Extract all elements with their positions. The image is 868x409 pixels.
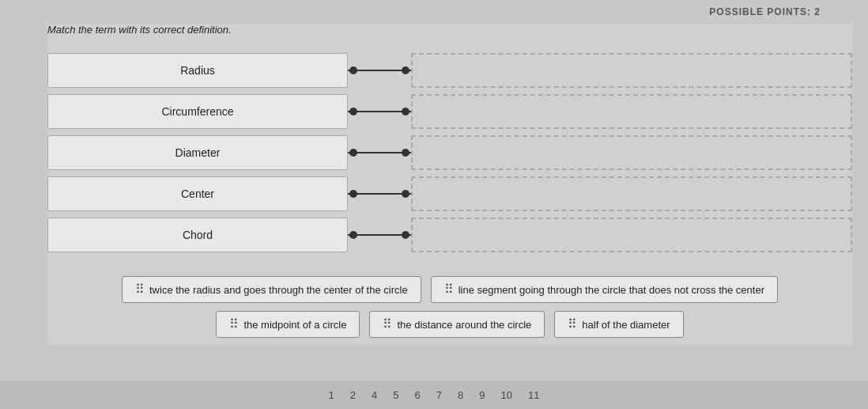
dot-right-4	[402, 190, 409, 198]
page-1[interactable]: 1	[329, 389, 334, 401]
dot-left-5	[349, 231, 357, 239]
definition-drop-1[interactable]	[411, 53, 852, 88]
chip-icon-3: ⠿	[229, 318, 239, 331]
definition-drop-2[interactable]	[411, 94, 852, 129]
definitions-column	[411, 53, 852, 252]
dot-right-5	[402, 231, 409, 239]
dot-right-1	[402, 66, 409, 74]
term-diameter[interactable]: Diameter	[47, 135, 348, 170]
possible-points-label: POSSIBLE POINTS: 2	[709, 6, 821, 17]
terms-column: Radius Circumference Diameter Center Cho…	[47, 53, 348, 252]
answer-row-1: ⠿ twice the radius and goes through the …	[122, 276, 778, 303]
page-2[interactable]: 2	[350, 389, 356, 401]
dot-left-2	[349, 108, 357, 116]
page-5[interactable]: 5	[393, 389, 398, 401]
term-center[interactable]: Center	[47, 176, 348, 211]
page-9[interactable]: 9	[479, 389, 485, 401]
connector-row-2	[348, 94, 411, 129]
dot-left-1	[349, 66, 357, 74]
term-chord[interactable]: Chord	[47, 218, 348, 252]
chip-text-4: the distance around the circle	[397, 319, 531, 331]
answer-chip-5[interactable]: ⠿ half of the diameter	[554, 311, 683, 338]
page-7[interactable]: 7	[436, 389, 442, 401]
dot-left-4	[349, 190, 357, 198]
page-11[interactable]: 11	[528, 389, 539, 401]
chip-icon-2: ⠿	[444, 283, 454, 296]
matching-area: Radius Circumference Diameter Center Cho…	[47, 45, 852, 260]
page-6[interactable]: 6	[415, 389, 421, 401]
answer-row-2: ⠿ the midpoint of a circle ⠿ the distanc…	[216, 311, 683, 338]
chip-text-2: line segment going through the circle th…	[459, 284, 764, 296]
connector-area	[348, 53, 411, 252]
term-radius[interactable]: Radius	[47, 53, 348, 88]
connector-row-3	[348, 135, 411, 170]
definition-drop-5[interactable]	[411, 218, 852, 252]
page-8[interactable]: 8	[458, 389, 463, 401]
answer-chip-1[interactable]: ⠿ twice the radius and goes through the …	[122, 276, 421, 303]
definition-drop-4[interactable]	[411, 176, 852, 211]
chip-icon-5: ⠿	[568, 318, 577, 331]
answer-chip-4[interactable]: ⠿ the distance around the circle	[369, 311, 545, 338]
connector-row-4	[348, 176, 411, 211]
dot-right-2	[402, 108, 409, 116]
page-4[interactable]: 4	[372, 389, 377, 401]
connector-row-5	[348, 218, 411, 252]
page-10[interactable]: 10	[500, 389, 511, 401]
chip-icon-4: ⠿	[383, 318, 392, 331]
connector-row-1	[348, 53, 411, 88]
answer-chip-2[interactable]: ⠿ line segment going through the circle …	[431, 276, 778, 303]
term-circumference[interactable]: Circumference	[47, 94, 348, 129]
instruction-text: Match the term with its correct definiti…	[47, 24, 852, 36]
answer-options: ⠿ twice the radius and goes through the …	[47, 276, 852, 346]
chip-icon-1: ⠿	[135, 283, 145, 296]
chip-text-1: twice the radius and goes through the ce…	[149, 284, 408, 296]
answer-chip-3[interactable]: ⠿ the midpoint of a circle	[216, 311, 360, 338]
chip-text-5: half of the diameter	[582, 319, 670, 331]
chip-text-3: the midpoint of a circle	[243, 319, 346, 331]
definition-drop-3[interactable]	[411, 135, 852, 170]
pagination-bar: 1 2 4 5 6 7 8 9 10 11	[0, 381, 868, 409]
dot-left-3	[349, 149, 357, 157]
dot-right-3	[402, 149, 409, 157]
